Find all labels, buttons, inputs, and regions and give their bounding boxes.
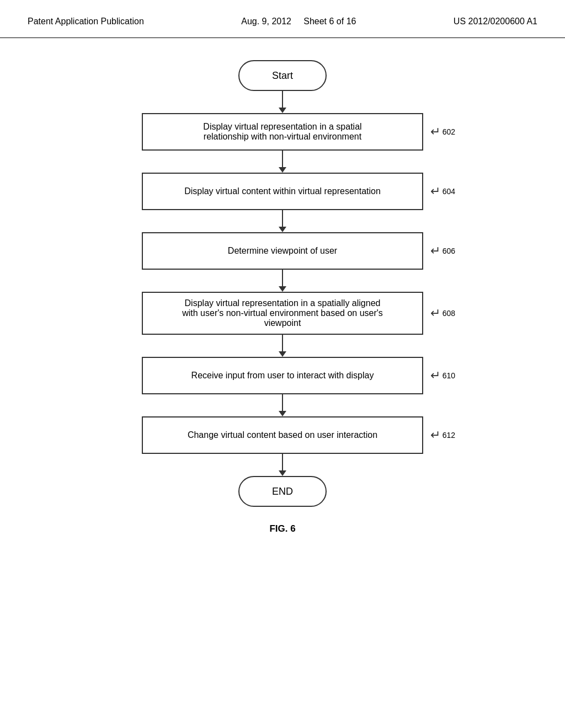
step-604: Display virtual content within virtual r… — [142, 173, 423, 210]
arrow-line-2 — [282, 151, 283, 167]
arrow-head-1 — [279, 108, 286, 113]
step-612: Change virtual content based on user int… — [142, 416, 423, 454]
header-date: Aug. 9, 2012 — [241, 17, 291, 26]
ref-608: ↵ 608 — [430, 307, 455, 319]
ref-606: ↵ 606 — [430, 245, 455, 257]
page-header: Patent Application Publication Aug. 9, 2… — [0, 0, 565, 38]
arrow-3 — [279, 210, 286, 232]
arrow-head-4 — [279, 286, 286, 292]
arrow-7 — [279, 454, 286, 476]
main-content: Start Display virtual representation in … — [0, 38, 565, 534]
ref-604: ↵ 604 — [430, 185, 455, 197]
header-right: US 2012/0200600 A1 — [454, 17, 537, 26]
ref-612: ↵ 612 — [430, 429, 455, 441]
step-606-text: Determine viewpoint of user — [228, 246, 337, 256]
flowchart: Start Display virtual representation in … — [117, 60, 448, 507]
header-left: Patent Application Publication — [28, 17, 144, 26]
step-606: Determine viewpoint of user ↵ 606 — [142, 232, 423, 270]
arrow-head-2 — [279, 167, 286, 173]
arrow-2 — [279, 151, 286, 173]
start-label: Start — [272, 70, 293, 82]
arrow-head-5 — [279, 351, 286, 357]
step-610-text: Receive input from user to interact with… — [191, 371, 374, 381]
step-608: Display virtual representation in a spat… — [142, 292, 423, 335]
figure-caption: FIG. 6 — [269, 523, 295, 534]
arrow-head-6 — [279, 411, 286, 416]
step-602-text: Display virtual representation in a spat… — [203, 122, 361, 142]
end-label: END — [272, 486, 293, 497]
arrow-6 — [279, 394, 286, 416]
ref-610: ↵ 610 — [430, 370, 455, 382]
ref-602: ↵ 602 — [430, 126, 455, 138]
step-612-text: Change virtual content based on user int… — [188, 430, 377, 440]
start-node: Start — [238, 60, 327, 91]
step-608-text: Display virtual representation in a spat… — [182, 298, 383, 328]
arrow-line-3 — [282, 210, 283, 227]
arrow-4 — [279, 270, 286, 292]
step-604-text: Display virtual content within virtual r… — [184, 186, 381, 196]
arrow-1 — [279, 91, 286, 113]
arrow-head-7 — [279, 470, 286, 476]
step-602: Display virtual representation in a spat… — [142, 113, 423, 151]
arrow-line-4 — [282, 270, 283, 286]
arrow-line-1 — [282, 91, 283, 108]
arrow-line-5 — [282, 335, 283, 351]
arrow-5 — [279, 335, 286, 357]
arrow-line-6 — [282, 394, 283, 411]
header-sheet: Sheet 6 of 16 — [303, 17, 356, 26]
header-center: Aug. 9, 2012 Sheet 6 of 16 — [241, 17, 356, 26]
end-node: END — [238, 476, 327, 507]
step-610: Receive input from user to interact with… — [142, 357, 423, 394]
arrow-head-3 — [279, 227, 286, 232]
arrow-line-7 — [282, 454, 283, 470]
